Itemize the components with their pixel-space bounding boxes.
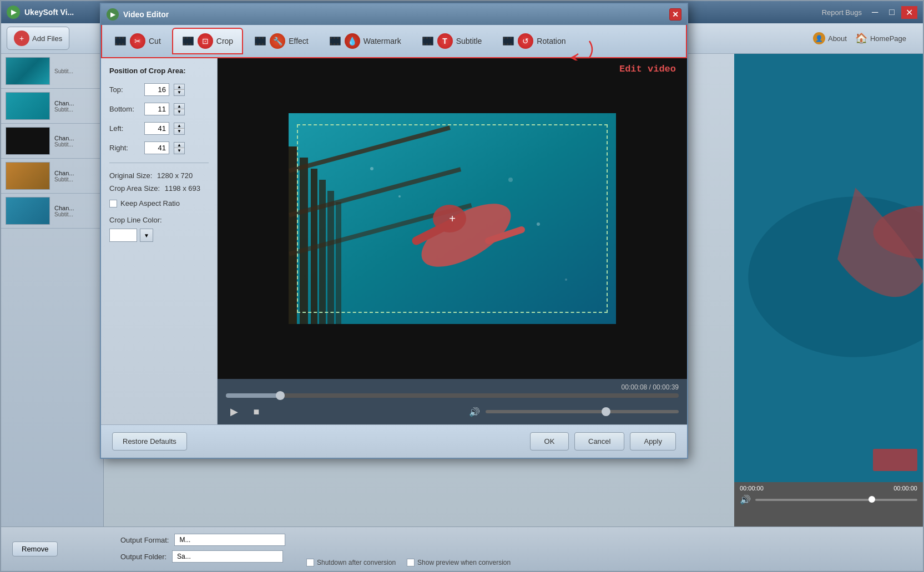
rotation-tab-icon: ↺ <box>518 33 533 49</box>
subtitle-film-strip <box>422 35 434 47</box>
cut-tab-label: Cut <box>149 37 161 45</box>
color-picker-row: ▼ <box>109 229 209 242</box>
watermark-film-icon <box>330 37 341 45</box>
volume-thumb[interactable] <box>602 407 610 416</box>
crop-right-spinner[interactable]: ▲ ▼ <box>174 142 185 154</box>
keep-aspect-label: Keep Aspect Ratio <box>120 199 180 207</box>
crop-bottom-down[interactable]: ▼ <box>174 109 184 115</box>
crop-bottom-label: Bottom: <box>109 105 140 113</box>
crop-color-title: Crop Line Color: <box>109 216 209 224</box>
tab-rotation[interactable]: ↺ Rotation <box>493 28 575 54</box>
rotation-tab-label: Rotation <box>537 37 565 45</box>
effect-film-strip <box>254 35 266 47</box>
dialog-tab-bar: ✂ Cut ⊡ Crop 🔧 Effect <box>101 25 687 58</box>
crop-right-down[interactable]: ▼ <box>174 148 184 154</box>
crop-film-icon <box>183 37 194 45</box>
ok-button[interactable]: OK <box>530 432 569 450</box>
video-preview-area: Edit video <box>218 58 687 379</box>
stop-button[interactable]: ■ <box>248 403 265 420</box>
video-frame: + <box>289 113 616 324</box>
crop-top-row: Top: ▲ ▼ <box>109 83 209 96</box>
crop-left-down[interactable]: ▼ <box>174 129 184 134</box>
keep-aspect-checkbox[interactable] <box>109 200 117 207</box>
crop-top-spinner[interactable]: ▲ ▼ <box>174 84 185 96</box>
video-controls: 00:00:08 / 00:00:39 ▶ ■ 🔊 <box>218 379 687 424</box>
dialog-title-icon: ▶ <box>107 8 119 21</box>
crop-area-size-row: Crop Area Size: 1198 x 693 <box>109 184 209 193</box>
crop-top-down[interactable]: ▼ <box>174 90 184 95</box>
watermark-film-strip <box>329 35 341 47</box>
crop-color-section: Crop Line Color: ▼ <box>109 216 209 242</box>
crop-area-value: 1198 x 693 <box>165 184 200 193</box>
crop-tab-icon: ⊡ <box>198 33 213 49</box>
progress-thumb[interactable] <box>276 391 285 400</box>
effect-tab-label: Effect <box>289 37 309 45</box>
playback-controls: ▶ ■ 🔊 <box>226 403 679 420</box>
effect-tab-icon: 🔧 <box>270 33 285 49</box>
svg-point-23 <box>537 222 540 226</box>
color-swatch[interactable] <box>109 229 137 242</box>
effect-film-icon <box>255 37 266 45</box>
original-size-label: Original Size: <box>109 171 152 180</box>
crop-bottom-input[interactable] <box>144 103 169 115</box>
crop-right-input[interactable] <box>144 141 169 154</box>
tab-crop[interactable]: ⊡ Crop <box>172 28 243 54</box>
crop-control-panel: Position of Crop Area: Top: ▲ ▼ Bottom: … <box>101 58 218 424</box>
svg-rect-8 <box>300 158 308 324</box>
crop-bottom-spinner[interactable]: ▲ ▼ <box>174 103 185 115</box>
svg-point-22 <box>508 178 513 182</box>
crop-left-spinner[interactable]: ▲ ▼ <box>174 123 185 135</box>
volume-slider[interactable] <box>486 410 679 413</box>
crop-bottom-row: Bottom: ▲ ▼ <box>109 103 209 115</box>
watermark-tab-icon: 💧 <box>345 33 360 49</box>
original-size-value: 1280 x 720 <box>157 171 193 180</box>
apply-button[interactable]: Apply <box>630 432 676 450</box>
video-editor-dialog: ▶ Video Editor ✕ ✂ Cut ⊡ Crop <box>100 3 688 459</box>
progress-fill <box>226 393 280 398</box>
tab-subtitle[interactable]: T Subtitle <box>412 28 492 54</box>
play-button[interactable]: ▶ <box>226 403 243 420</box>
progress-bar[interactable] <box>226 393 679 398</box>
current-time: 00:00:08 <box>622 383 648 391</box>
crop-bottom-up[interactable]: ▲ <box>174 104 184 109</box>
subtitle-film-icon <box>422 37 433 45</box>
divider <box>109 163 209 163</box>
watermark-tab-label: Watermark <box>363 37 401 45</box>
crop-left-row: Left: ▲ ▼ <box>109 122 209 135</box>
tab-effect[interactable]: 🔧 Effect <box>245 28 318 54</box>
cut-film-strip <box>114 35 127 47</box>
svg-point-21 <box>398 195 401 198</box>
crop-top-up[interactable]: ▲ <box>174 84 184 90</box>
dialog-titlebar: ▶ Video Editor ✕ <box>101 4 687 25</box>
original-size-row: Original Size: 1280 x 720 <box>109 171 209 180</box>
time-display: 00:00:08 / 00:00:39 <box>226 383 679 391</box>
restore-defaults-button[interactable]: Restore Defaults <box>112 432 187 450</box>
dialog-overlay: ▶ Video Editor ✕ ✂ Cut ⊡ Crop <box>0 0 924 572</box>
crop-right-label: Right: <box>109 144 140 152</box>
tab-cut[interactable]: ✂ Cut <box>105 28 170 54</box>
crop-film-strip <box>182 35 194 47</box>
svg-rect-7 <box>289 146 297 324</box>
crop-panel-title: Position of Crop Area: <box>109 67 209 75</box>
color-dropdown-button[interactable]: ▼ <box>140 229 153 242</box>
crop-left-input[interactable] <box>144 122 169 135</box>
crop-top-input[interactable] <box>144 83 169 96</box>
crop-left-up[interactable]: ▲ <box>174 123 184 129</box>
tab-watermark[interactable]: 💧 Watermark <box>320 28 411 54</box>
crop-area-label: Crop Area Size: <box>109 184 160 193</box>
rotation-film-icon <box>503 37 514 45</box>
subtitle-tab-label: Subtitle <box>456 37 482 45</box>
total-time: 00:00:39 <box>653 383 679 391</box>
crop-left-label: Left: <box>109 124 140 133</box>
edit-video-label: Edit video <box>619 64 676 74</box>
crop-right-up[interactable]: ▲ <box>174 143 184 148</box>
subtitle-tab-icon: T <box>437 33 453 49</box>
video-crosshair: + <box>449 212 456 225</box>
keep-aspect-row: Keep Aspect Ratio <box>109 199 209 207</box>
dialog-close-button[interactable]: ✕ <box>669 8 681 21</box>
cancel-button[interactable]: Cancel <box>574 432 624 450</box>
svg-point-20 <box>370 167 373 170</box>
svg-point-24 <box>565 279 567 281</box>
crop-right-row: Right: ▲ ▼ <box>109 141 209 154</box>
svg-rect-11 <box>327 191 334 324</box>
